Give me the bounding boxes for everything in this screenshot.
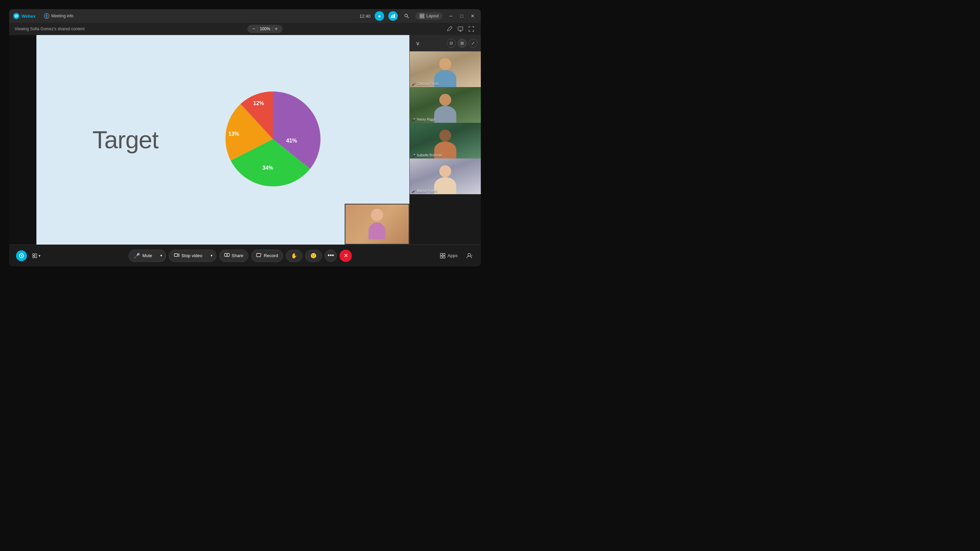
fit-screen-icon[interactable] [467,25,476,33]
panel-view-controls: ⊟ ⊞ ⤢ [447,39,477,48]
layout-toggle[interactable]: ▾ [30,252,43,259]
panel-expand-view[interactable]: ⤢ [469,39,477,48]
toolbar-left: ▾ [16,250,43,261]
mute-group: 🎤 Mute ▾ [129,250,166,262]
participant-item: 🎤 Henry Riggs [410,87,481,123]
search-icon[interactable] [402,11,411,21]
close-button[interactable]: ✕ [469,12,477,20]
pie-label-13: 13% [228,131,239,137]
svg-rect-9 [458,27,463,30]
svg-point-3 [404,14,407,17]
panel-collapse-button[interactable]: ∨ [413,38,423,48]
share-button[interactable]: Share [219,250,249,262]
svg-rect-25 [443,256,445,258]
marise-name: 🎤 Marise Torres [412,189,437,193]
time-display: 12:40 [360,14,371,19]
clarissa-mic-icon: 🎤 [412,82,415,86]
content-bar-icons [445,25,476,33]
main-area: Target [9,35,481,245]
layout-toggle-label: ▾ [38,253,40,258]
svg-rect-16 [33,256,34,258]
isabelle-name: 🎤 Isabelle Brennan [412,153,442,157]
webex-logo-text: Webex [21,14,36,19]
self-view [345,204,409,245]
webex-indicator [16,250,27,261]
henry-name-text: Henry Riggs [417,118,436,121]
raise-hand-button[interactable]: ✋ [286,250,302,262]
webex-logo: W Webex [13,13,36,19]
apps-button[interactable]: Apps [437,252,460,260]
end-call-button[interactable]: ✕ [340,250,352,262]
zoom-controls: − 100% + [247,25,282,33]
sharing-text: Viewing Sofia Gomez's shared content [14,27,85,31]
screen-share-icon[interactable] [456,25,465,33]
record-icon [256,252,262,259]
panel-single-view[interactable]: ⊟ [447,39,456,48]
left-sidebar-strip [9,35,37,245]
svg-rect-17 [174,254,178,256]
zoom-out-button[interactable]: − [250,25,257,32]
apps-label: Apps [447,253,458,258]
svg-rect-14 [33,254,34,256]
marise-body [434,177,456,194]
mute-icon: 🎤 [134,253,140,259]
layout-button[interactable]: Layout [415,12,443,20]
clarissa-head [439,58,451,70]
pie-label-34: 34% [262,165,273,171]
marise-mic-icon: 🎤 [412,189,415,193]
share-label: Share [232,253,243,258]
svg-rect-22 [440,253,442,256]
marise-name-text: Marise Torres [417,189,437,193]
henry-mic-icon: 🎤 [412,118,415,121]
more-button[interactable]: ••• [325,250,337,262]
clarissa-name: 🎤 Clarissa Smith [412,82,439,86]
camera-icon [174,252,179,259]
svg-rect-23 [443,253,445,256]
reactions-button[interactable]: 🙂 [305,250,322,262]
meeting-info-label: Meeting info [51,14,73,18]
pie-chart: 41% 34% 13% 12% [218,85,327,194]
svg-rect-8 [422,16,424,18]
henry-body [434,106,456,123]
pie-label-12: 12% [253,100,264,106]
isabelle-name-text: Isabelle Brennan [417,153,442,157]
participants-icon [466,253,472,259]
content-bar: Viewing Sofia Gomez's shared content − 1… [9,23,481,35]
henry-head [439,94,451,106]
svg-rect-15 [35,254,37,258]
reactions-icon: 🙂 [310,253,317,259]
meeting-info-button[interactable]: 👤 Meeting info [41,12,76,20]
zoom-in-button[interactable]: + [272,25,280,32]
record-label: Record [264,253,278,258]
signal-icon[interactable]: ● [375,11,384,21]
video-group: Stop video ▾ [169,250,216,262]
layout-label: Layout [426,14,439,18]
record-button[interactable]: Record [251,250,283,262]
participant-item: 🎤 Marise Torres [410,159,481,194]
minimize-button[interactable]: ─ [447,12,455,20]
share-icon [224,252,230,259]
henry-name: 🎤 Henry Riggs [412,118,436,121]
panel-header: ∨ ⊟ ⊞ ⤢ [410,35,481,51]
svg-rect-5 [420,14,422,16]
meeting-info-icon: 👤 [44,13,49,19]
participant-item: 🎤 Clarissa Smith [410,51,481,87]
titlebar-left: W Webex 👤 Meeting info [13,12,76,20]
webex-logo-icon: W [13,13,19,19]
isabelle-mic-icon: 🎤 [412,154,415,157]
annotate-icon[interactable] [445,25,453,33]
mute-arrow[interactable]: ▾ [157,250,166,262]
maximize-button[interactable]: □ [458,12,466,20]
more-label: ••• [328,252,334,259]
panel-grid-view[interactable]: ⊞ [458,39,466,48]
zoom-value: 100% [257,27,272,31]
self-body [369,222,385,240]
mute-button[interactable]: 🎤 Mute [129,250,157,262]
stats-icon[interactable] [388,11,398,21]
stop-video-button[interactable]: Stop video [169,250,207,262]
svg-rect-6 [422,14,424,16]
participants-panel-button[interactable] [465,251,474,260]
video-arrow[interactable]: ▾ [207,250,216,262]
svg-rect-7 [420,16,422,18]
slide-inner: Target [37,35,409,245]
